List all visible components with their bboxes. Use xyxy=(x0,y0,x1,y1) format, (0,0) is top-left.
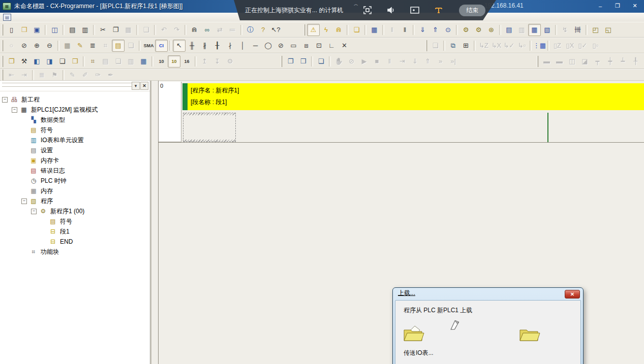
edit-io-table-button[interactable]: ▧ xyxy=(541,24,554,36)
expand-toggle-icon[interactable]: − xyxy=(2,97,8,103)
sim-step-to-break-button[interactable]: ⇥ xyxy=(396,55,409,68)
tree-item-plc[interactable]: − ▦ 新PLC1[CJ2M] 监视模式 xyxy=(0,105,150,115)
pause-button[interactable]: ‖ xyxy=(398,24,411,36)
expand-toggle-icon[interactable]: − xyxy=(21,198,27,204)
view-layers-button[interactable]: ⧉ xyxy=(447,40,459,52)
monitoring-button[interactable]: ⋒ xyxy=(332,24,345,36)
toolbar-grip[interactable] xyxy=(2,56,4,67)
goto-next-address-button[interactable]: ↳Z xyxy=(477,40,490,52)
new-fb-invocation-button[interactable]: ⧈ xyxy=(300,40,313,52)
io-table-tools-button[interactable]: ⌗ xyxy=(86,55,99,68)
new-instruction-button[interactable]: ▭ xyxy=(287,40,300,52)
auto-online-button[interactable]: ϟ xyxy=(320,24,332,36)
find-symbol-button[interactable]: ∞ xyxy=(201,24,213,36)
work-online-simulator-button[interactable]: ▦ xyxy=(528,24,541,36)
edit-rung-comment-button[interactable]: ❏ xyxy=(315,55,327,68)
close-button[interactable]: ✕ xyxy=(629,2,641,10)
toolbox-icon[interactable] xyxy=(434,5,444,15)
sim-pause-hand-button[interactable]: ✋ xyxy=(332,55,345,68)
force-reset-button[interactable]: ↧ xyxy=(211,55,224,68)
monitor-bar-7-button[interactable]: ┷ xyxy=(617,55,629,68)
unit-setup-button[interactable]: ▥ xyxy=(515,24,528,36)
sim-run-button[interactable]: ▶ xyxy=(358,55,371,68)
io-table-button[interactable]: ▤ xyxy=(503,24,515,36)
undo-button[interactable]: ↶ xyxy=(158,24,170,36)
tree-item-project[interactable]: − 品 新工程 xyxy=(0,94,150,105)
outdent-button[interactable]: ⇤ xyxy=(5,69,18,81)
help-button[interactable]: ? xyxy=(257,24,269,36)
zoom-in-button[interactable]: ⊕ xyxy=(30,40,43,52)
monitor-bar-3-button[interactable]: ◫ xyxy=(566,55,578,68)
info-button[interactable]: ⓘ xyxy=(244,24,257,36)
zoom-out-button[interactable]: ⊖ xyxy=(43,40,56,52)
tree-item-program1[interactable]: − ⚙ 新程序1 (00) xyxy=(0,206,150,216)
tree-item-settings[interactable]: ▤ 设置 xyxy=(0,145,150,155)
bookmark-list-button[interactable]: ⚑ xyxy=(48,69,61,81)
monitor-bar-4-button[interactable]: ◪ xyxy=(578,55,591,68)
tree-item-function-blocks[interactable]: ⌗ 功能块 xyxy=(0,247,150,257)
restore-button[interactable]: ❐ xyxy=(611,2,624,10)
show-output-window-button[interactable]: ❏ xyxy=(56,55,69,68)
workspace-grip[interactable] xyxy=(2,86,132,89)
differential-monitor-button[interactable]: ↯ xyxy=(559,24,571,36)
vertical-line-button[interactable]: │ xyxy=(236,40,249,52)
program-check-button[interactable]: ⊛ xyxy=(485,24,498,36)
force-set-button[interactable]: ↥ xyxy=(198,55,211,68)
prev-address-button[interactable]: ▯Z xyxy=(551,40,564,52)
plc-backup-button[interactable]: ❏ xyxy=(429,40,442,52)
memory-view-button[interactable]: ▥ xyxy=(125,55,137,68)
toolbar-grip[interactable] xyxy=(2,24,4,36)
context-help-button[interactable]: ↖? xyxy=(269,24,282,36)
style-pen-3-button[interactable]: ✑ xyxy=(91,69,104,81)
watch-window-button[interactable]: ⋮▦ xyxy=(533,40,546,52)
find-in-project-button[interactable]: ◫ xyxy=(48,24,61,36)
compile-button[interactable]: ⚙ xyxy=(459,24,472,36)
properties-button[interactable]: ❏ xyxy=(125,40,137,52)
transfer-program-button[interactable]: ▦ xyxy=(368,24,381,36)
workspace-grip[interactable] xyxy=(2,83,132,85)
expand-toggle-icon[interactable]: − xyxy=(12,107,17,113)
cross-reference-button[interactable]: ◧ xyxy=(30,55,43,68)
line-delete-button[interactable]: ✕ xyxy=(338,40,351,52)
sim-stop-button[interactable]: ■ xyxy=(371,55,383,68)
change-all-button[interactable]: ≔ xyxy=(226,24,239,36)
online-edit-rungs-button[interactable]: ❐ xyxy=(284,55,297,68)
sim-step-button[interactable]: ⇓ xyxy=(409,55,421,68)
new-closed-coil-button[interactable]: ⊘ xyxy=(274,40,287,52)
online-edit-button[interactable]: ❏ xyxy=(350,24,363,36)
new-coil-button[interactable]: ◯ xyxy=(262,40,274,52)
online-edit-send-button[interactable]: ❒ xyxy=(297,55,310,68)
tree-item-io-table[interactable]: ▥ IO表和单元设置 xyxy=(0,135,150,145)
minimize-button[interactable]: – xyxy=(594,2,606,10)
window-switch-icon[interactable] xyxy=(409,5,420,15)
zoom-100-button[interactable]: ⊘ xyxy=(18,40,30,52)
style-pen-1-button[interactable]: ✎ xyxy=(66,69,79,81)
tree-item-memory[interactable]: ▦ 内存 xyxy=(0,186,150,196)
force-off-button[interactable]: ◱ xyxy=(602,24,615,36)
sim-step-over-button[interactable]: ⇑ xyxy=(421,55,434,68)
replace-button[interactable]: ⇄ xyxy=(213,24,226,36)
io-comment-button[interactable]: ⌗ xyxy=(99,40,112,52)
tree-item-program1-symbols[interactable]: ▤ 符号 xyxy=(0,216,150,226)
zoom-button[interactable]: ○ xyxy=(5,40,18,52)
volume-icon[interactable] xyxy=(386,5,396,15)
indent-button[interactable]: ⇥ xyxy=(18,69,30,81)
display-hex-button[interactable]: 16 xyxy=(180,55,193,68)
tree-item-symbols[interactable]: ▤ 符号 xyxy=(0,125,150,135)
print-preview-button[interactable]: ▥ xyxy=(79,24,91,36)
toolbar-grip[interactable] xyxy=(303,24,305,36)
redo-button[interactable]: ↷ xyxy=(170,24,183,36)
dialog-close-button[interactable]: ✕ xyxy=(565,290,580,299)
show-dialogs-button[interactable]: ⊞ xyxy=(459,40,472,52)
expand-toggle-icon[interactable]: − xyxy=(31,209,37,214)
monitor-bar-1-button[interactable]: ▬ xyxy=(540,55,553,68)
monitor-bar-6-button[interactable]: ┿ xyxy=(604,55,617,68)
tree-item-memory-card[interactable]: ▣ 内存卡 xyxy=(0,155,150,166)
symbols-editor-button[interactable]: ✎ xyxy=(74,40,86,52)
tree-item-plc-clock[interactable]: ◷ PLC 时钟 xyxy=(0,176,150,186)
goto-next-output-button[interactable]: ↳X xyxy=(490,40,503,52)
options-button[interactable]: ⚒ xyxy=(18,55,30,68)
sim-continuous-button[interactable]: » xyxy=(434,55,447,68)
new-or-contact-button[interactable]: ╂ xyxy=(211,40,224,52)
new-contact-button[interactable]: ╫ xyxy=(186,40,198,52)
